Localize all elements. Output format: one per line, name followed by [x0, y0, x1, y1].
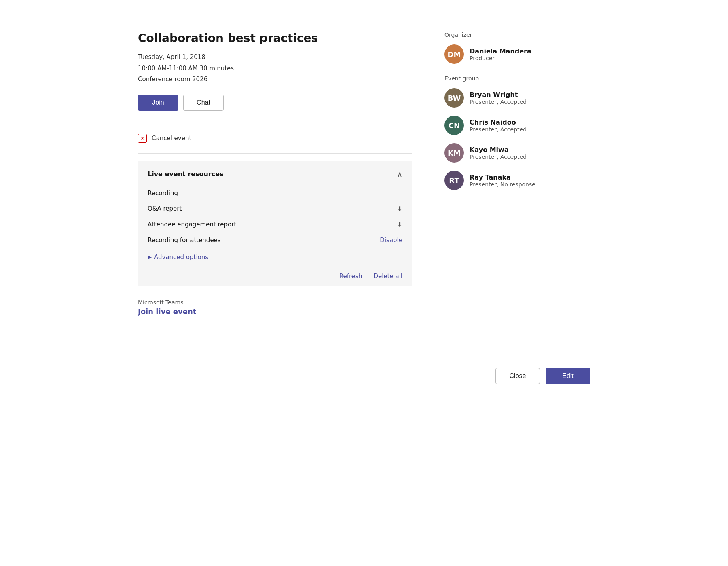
resources-header: Live event resources ∧ — [148, 170, 402, 178]
avatar-kayo-miwa: KM — [444, 143, 464, 163]
resource-label-qa: Q&A report — [148, 205, 182, 212]
member-name-chris: Chris Naidoo — [470, 118, 527, 126]
join-button[interactable]: Join — [138, 95, 178, 111]
member-info-kayo: Kayo Miwa Presenter, Accepted — [470, 146, 527, 160]
organizer-info: Daniela Mandera Producer — [470, 47, 531, 61]
advanced-arrow-icon: ▶ — [148, 254, 152, 260]
right-panel: Organizer DM Daniela Mandera Producer Ev… — [436, 32, 590, 356]
advanced-options-row[interactable]: ▶ Advanced options — [148, 253, 402, 261]
member-ray-tanaka: RT Ray Tanaka Presenter, No response — [444, 171, 590, 190]
download-icon-qa[interactable]: ⬇ — [397, 205, 402, 213]
resources-title: Live event resources — [148, 170, 224, 178]
cancel-event-row[interactable]: ✕ Cancel event — [138, 130, 412, 150]
delete-all-button[interactable]: Delete all — [373, 272, 402, 280]
cancel-event-label: Cancel event — [152, 135, 191, 142]
member-name-kayo: Kayo Miwa — [470, 146, 527, 154]
join-live-event-link[interactable]: Join live event — [138, 307, 196, 316]
organizer-section-label: Organizer — [444, 32, 590, 38]
organizer-row: DM Daniela Mandera Producer — [444, 44, 590, 64]
organizer-name: Daniela Mandera — [470, 47, 531, 55]
avatar-ray-tanaka: RT — [444, 171, 464, 190]
chevron-up-icon[interactable]: ∧ — [397, 170, 402, 178]
event-location: Conference room 2026 — [138, 74, 412, 85]
left-panel: Collaboration best practices Tuesday, Ap… — [138, 32, 436, 356]
resource-row-recording-attendees: Recording for attendees Disable — [148, 232, 402, 248]
organizer-role: Producer — [470, 55, 531, 61]
member-role-kayo: Presenter, Accepted — [470, 154, 527, 160]
divider-1 — [138, 122, 412, 122]
member-role-chris: Presenter, Accepted — [470, 126, 527, 133]
member-chris-naidoo: CN Chris Naidoo Presenter, Accepted — [444, 116, 590, 135]
event-meta: Tuesday, April 1, 2018 10:00 AM-11:00 AM… — [138, 52, 412, 85]
live-event-resources: Live event resources ∧ Recording Q&A rep… — [138, 161, 412, 286]
event-date: Tuesday, April 1, 2018 — [138, 52, 412, 63]
download-icon-attendee[interactable]: ⬇ — [397, 221, 402, 228]
member-name-ray: Ray Tanaka — [470, 173, 535, 181]
member-info-bryan: Bryan Wright Presenter, Accepted — [470, 91, 527, 105]
member-info-chris: Chris Naidoo Presenter, Accepted — [470, 118, 527, 133]
resource-label-attendee: Attendee engagement report — [148, 221, 236, 228]
event-time: 10:00 AM-11:00 AM 30 minutes — [138, 63, 412, 74]
resource-row-recording: Recording — [148, 186, 402, 201]
resource-row-qa: Q&A report ⬇ — [148, 201, 402, 217]
event-title: Collaboration best practices — [138, 32, 412, 45]
cancel-icon: ✕ — [138, 134, 147, 143]
teams-label: Microsoft Teams — [138, 299, 412, 306]
resource-label-recording-attendees: Recording for attendees — [148, 237, 221, 244]
chat-button[interactable]: Chat — [183, 95, 224, 111]
action-buttons: Join Chat — [138, 95, 412, 111]
member-role-ray: Presenter, No response — [470, 181, 535, 188]
organizer-avatar: DM — [444, 44, 464, 64]
avatar-chris-naidoo: CN — [444, 116, 464, 135]
divider-2 — [138, 153, 412, 154]
close-button[interactable]: Close — [495, 368, 540, 384]
dialog-footer: Close Edit — [138, 356, 590, 384]
refresh-button[interactable]: Refresh — [339, 272, 362, 280]
member-role-bryan: Presenter, Accepted — [470, 99, 527, 105]
edit-button[interactable]: Edit — [546, 368, 590, 384]
main-content: Collaboration best practices Tuesday, Ap… — [138, 32, 590, 356]
avatar-bryan-wright: BW — [444, 88, 464, 108]
resources-footer: Refresh Delete all — [148, 268, 402, 280]
member-name-bryan: Bryan Wright — [470, 91, 527, 99]
resource-label-recording: Recording — [148, 190, 178, 197]
resource-row-attendee: Attendee engagement report ⬇ — [148, 217, 402, 232]
member-bryan-wright: BW Bryan Wright Presenter, Accepted — [444, 88, 590, 108]
teams-section: Microsoft Teams Join live event — [138, 299, 412, 316]
dialog-container: Collaboration best practices Tuesday, Ap… — [115, 12, 613, 400]
member-kayo-miwa: KM Kayo Miwa Presenter, Accepted — [444, 143, 590, 163]
advanced-options-label: Advanced options — [154, 253, 208, 261]
event-group-label: Event group — [444, 75, 590, 82]
disable-button[interactable]: Disable — [380, 237, 402, 244]
member-info-ray: Ray Tanaka Presenter, No response — [470, 173, 535, 188]
